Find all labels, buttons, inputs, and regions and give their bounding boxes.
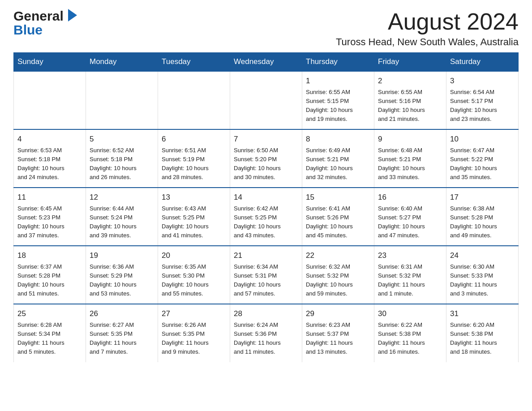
day-info: Sunrise: 6:44 AM Sunset: 5:24 PM Dayligh…: [90, 204, 154, 240]
day-number: 23: [378, 250, 442, 261]
calendar-cell: 23Sunrise: 6:31 AM Sunset: 5:32 PM Dayli…: [374, 246, 446, 304]
calendar-cell: 10Sunrise: 6:47 AM Sunset: 5:22 PM Dayli…: [446, 129, 519, 188]
calendar-cell: 30Sunrise: 6:22 AM Sunset: 5:38 PM Dayli…: [374, 304, 446, 362]
day-info: Sunrise: 6:38 AM Sunset: 5:28 PM Dayligh…: [450, 204, 515, 240]
day-info: Sunrise: 6:35 AM Sunset: 5:30 PM Dayligh…: [162, 262, 226, 299]
day-number: 15: [306, 192, 370, 203]
month-title: August 2024: [336, 9, 519, 34]
day-info: Sunrise: 6:30 AM Sunset: 5:33 PM Dayligh…: [450, 262, 515, 299]
day-info: Sunrise: 6:24 AM Sunset: 5:36 PM Dayligh…: [234, 321, 298, 357]
day-number: 12: [90, 192, 154, 203]
svg-marker-0: [68, 9, 77, 21]
day-number: 26: [90, 308, 154, 320]
day-info: Sunrise: 6:41 AM Sunset: 5:26 PM Dayligh…: [306, 204, 370, 240]
title-area: August 2024 Tuross Head, New South Wales…: [336, 9, 519, 48]
logo-arrow-icon: [64, 7, 81, 23]
calendar-cell: 6Sunrise: 6:51 AM Sunset: 5:19 PM Daylig…: [158, 129, 230, 188]
logo: General Blue: [13, 9, 81, 37]
calendar-table: SundayMondayTuesdayWednesdayThursdayFrid…: [13, 52, 519, 362]
calendar-cell: 11Sunrise: 6:45 AM Sunset: 5:23 PM Dayli…: [14, 188, 86, 246]
calendar-cell: 13Sunrise: 6:43 AM Sunset: 5:25 PM Dayli…: [158, 188, 230, 246]
day-info: Sunrise: 6:43 AM Sunset: 5:25 PM Dayligh…: [162, 204, 226, 240]
day-number: 21: [234, 250, 298, 261]
calendar-header-sunday: Sunday: [14, 53, 86, 72]
calendar-cell: 4Sunrise: 6:53 AM Sunset: 5:18 PM Daylig…: [14, 129, 86, 188]
day-number: 29: [306, 308, 370, 320]
day-number: 14: [234, 192, 298, 203]
day-number: 5: [90, 133, 154, 145]
calendar-cell: [86, 71, 158, 129]
day-number: 31: [450, 308, 515, 320]
logo-general: General: [13, 9, 64, 23]
calendar-cell: 15Sunrise: 6:41 AM Sunset: 5:26 PM Dayli…: [302, 188, 374, 246]
day-number: 25: [17, 308, 82, 320]
calendar-cell: 7Sunrise: 6:50 AM Sunset: 5:20 PM Daylig…: [230, 129, 302, 188]
day-info: Sunrise: 6:22 AM Sunset: 5:38 PM Dayligh…: [378, 321, 442, 357]
calendar-cell: [14, 71, 86, 129]
calendar-cell: 25Sunrise: 6:28 AM Sunset: 5:34 PM Dayli…: [14, 304, 86, 362]
day-number: 7: [234, 133, 298, 145]
calendar-cell: 8Sunrise: 6:49 AM Sunset: 5:21 PM Daylig…: [302, 129, 374, 188]
calendar-week-1: 1Sunrise: 6:55 AM Sunset: 5:15 PM Daylig…: [14, 71, 519, 129]
calendar-cell: 24Sunrise: 6:30 AM Sunset: 5:33 PM Dayli…: [446, 246, 519, 304]
day-info: Sunrise: 6:37 AM Sunset: 5:28 PM Dayligh…: [17, 262, 82, 299]
day-number: 4: [17, 133, 82, 145]
calendar-cell: 1Sunrise: 6:55 AM Sunset: 5:15 PM Daylig…: [302, 71, 374, 129]
calendar-week-2: 4Sunrise: 6:53 AM Sunset: 5:18 PM Daylig…: [14, 129, 519, 188]
day-info: Sunrise: 6:52 AM Sunset: 5:18 PM Dayligh…: [90, 146, 154, 182]
calendar-header-monday: Monday: [86, 53, 158, 72]
day-number: 3: [450, 75, 515, 87]
day-number: 13: [162, 192, 226, 203]
calendar-cell: 28Sunrise: 6:24 AM Sunset: 5:36 PM Dayli…: [230, 304, 302, 362]
day-number: 22: [306, 250, 370, 261]
calendar-cell: 3Sunrise: 6:54 AM Sunset: 5:17 PM Daylig…: [446, 71, 519, 129]
calendar-header-friday: Friday: [374, 53, 446, 72]
calendar-cell: 14Sunrise: 6:42 AM Sunset: 5:25 PM Dayli…: [230, 188, 302, 246]
calendar-cell: 19Sunrise: 6:36 AM Sunset: 5:29 PM Dayli…: [86, 246, 158, 304]
calendar-cell: 2Sunrise: 6:55 AM Sunset: 5:16 PM Daylig…: [374, 71, 446, 129]
day-number: 9: [378, 133, 442, 145]
day-number: 11: [17, 192, 82, 203]
calendar-cell: [230, 71, 302, 129]
day-info: Sunrise: 6:31 AM Sunset: 5:32 PM Dayligh…: [378, 262, 442, 299]
calendar-cell: 26Sunrise: 6:27 AM Sunset: 5:35 PM Dayli…: [86, 304, 158, 362]
calendar-cell: 17Sunrise: 6:38 AM Sunset: 5:28 PM Dayli…: [446, 188, 519, 246]
calendar-cell: [158, 71, 230, 129]
day-info: Sunrise: 6:55 AM Sunset: 5:15 PM Dayligh…: [306, 88, 370, 124]
day-info: Sunrise: 6:45 AM Sunset: 5:23 PM Dayligh…: [17, 204, 82, 240]
day-info: Sunrise: 6:26 AM Sunset: 5:35 PM Dayligh…: [162, 321, 226, 357]
day-info: Sunrise: 6:23 AM Sunset: 5:37 PM Dayligh…: [306, 321, 370, 357]
calendar-cell: 21Sunrise: 6:34 AM Sunset: 5:31 PM Dayli…: [230, 246, 302, 304]
day-number: 1: [306, 75, 370, 87]
day-number: 28: [234, 308, 298, 320]
calendar-cell: 27Sunrise: 6:26 AM Sunset: 5:35 PM Dayli…: [158, 304, 230, 362]
day-info: Sunrise: 6:48 AM Sunset: 5:21 PM Dayligh…: [378, 146, 442, 182]
day-number: 10: [450, 133, 515, 145]
calendar-header-saturday: Saturday: [446, 53, 519, 72]
day-number: 17: [450, 192, 515, 203]
day-info: Sunrise: 6:40 AM Sunset: 5:27 PM Dayligh…: [378, 204, 442, 240]
header: General Blue August 2024 Tuross Head, Ne…: [13, 9, 519, 48]
day-info: Sunrise: 6:51 AM Sunset: 5:19 PM Dayligh…: [162, 146, 226, 182]
day-info: Sunrise: 6:20 AM Sunset: 5:38 PM Dayligh…: [450, 321, 515, 357]
day-info: Sunrise: 6:36 AM Sunset: 5:29 PM Dayligh…: [90, 262, 154, 299]
day-info: Sunrise: 6:42 AM Sunset: 5:25 PM Dayligh…: [234, 204, 298, 240]
day-info: Sunrise: 6:55 AM Sunset: 5:16 PM Dayligh…: [378, 88, 442, 124]
location-title: Tuross Head, New South Wales, Australia: [336, 36, 519, 48]
day-number: 19: [90, 250, 154, 261]
day-number: 8: [306, 133, 370, 145]
calendar-cell: 16Sunrise: 6:40 AM Sunset: 5:27 PM Dayli…: [374, 188, 446, 246]
calendar-header-wednesday: Wednesday: [230, 53, 302, 72]
logo-blue: Blue: [13, 23, 81, 37]
day-info: Sunrise: 6:47 AM Sunset: 5:22 PM Dayligh…: [450, 146, 515, 182]
calendar-header-thursday: Thursday: [302, 53, 374, 72]
calendar-cell: 22Sunrise: 6:32 AM Sunset: 5:32 PM Dayli…: [302, 246, 374, 304]
calendar-cell: 18Sunrise: 6:37 AM Sunset: 5:28 PM Dayli…: [14, 246, 86, 304]
day-info: Sunrise: 6:28 AM Sunset: 5:34 PM Dayligh…: [17, 321, 82, 357]
day-info: Sunrise: 6:50 AM Sunset: 5:20 PM Dayligh…: [234, 146, 298, 182]
calendar-cell: 12Sunrise: 6:44 AM Sunset: 5:24 PM Dayli…: [86, 188, 158, 246]
day-info: Sunrise: 6:53 AM Sunset: 5:18 PM Dayligh…: [17, 146, 82, 182]
day-info: Sunrise: 6:49 AM Sunset: 5:21 PM Dayligh…: [306, 146, 370, 182]
day-info: Sunrise: 6:27 AM Sunset: 5:35 PM Dayligh…: [90, 321, 154, 357]
day-number: 16: [378, 192, 442, 203]
